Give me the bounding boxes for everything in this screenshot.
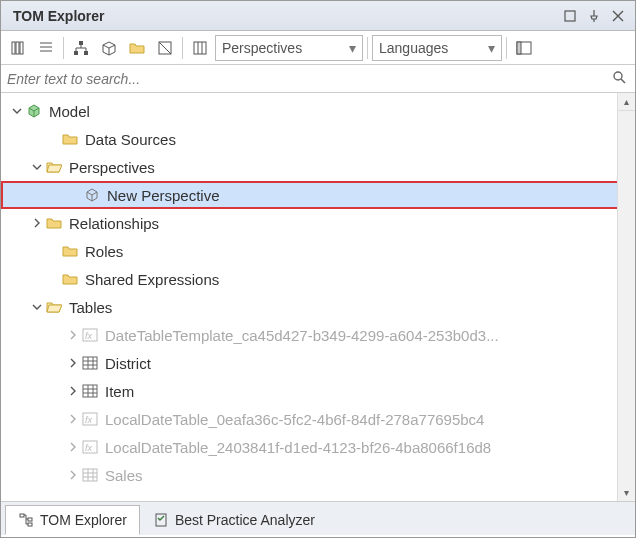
table-icon <box>81 382 99 400</box>
chevron-down-icon: ▾ <box>349 40 356 56</box>
tree-label: Perspectives <box>69 159 155 176</box>
close-icon[interactable] <box>607 5 629 27</box>
search-input[interactable] <box>7 67 609 91</box>
svg-rect-42 <box>156 514 166 526</box>
tab-bpa[interactable]: Best Practice Analyzer <box>140 505 328 535</box>
tab-tom-explorer[interactable]: TOM Explorer <box>5 505 140 535</box>
perspective-icon <box>83 186 101 204</box>
tree-row-tables[interactable]: Tables <box>1 293 635 321</box>
tabbar: TOM Explorer Best Practice Analyzer <box>1 501 635 535</box>
expander-icon[interactable] <box>65 411 81 427</box>
view-tree-button[interactable] <box>5 35 31 61</box>
tree-row-date-template[interactable]: fx DateTableTemplate_ca45d427-b349-4299-… <box>1 321 635 349</box>
hierarchy-button[interactable] <box>68 35 94 61</box>
maximize-icon[interactable] <box>559 5 581 27</box>
tree-row-localdate-1[interactable]: fx LocalDateTable_0eafa36c-5fc2-4b6f-84d… <box>1 405 635 433</box>
titlebar: TOM Explorer <box>1 1 635 31</box>
svg-rect-3 <box>20 42 23 54</box>
expander-icon[interactable] <box>65 355 81 371</box>
languages-dropdown[interactable]: Languages ▾ <box>372 35 502 61</box>
tab-label: Best Practice Analyzer <box>175 512 315 528</box>
svg-rect-1 <box>12 42 15 54</box>
svg-rect-9 <box>84 51 88 55</box>
columns-button[interactable] <box>187 35 213 61</box>
folder-open-icon <box>45 298 63 316</box>
searchbar <box>1 65 635 93</box>
expander-icon[interactable] <box>65 327 81 343</box>
window-title: TOM Explorer <box>7 8 559 24</box>
table-icon <box>81 466 99 484</box>
table-icon <box>81 354 99 372</box>
tree-row-localdate-2[interactable]: fx LocalDateTable_2403841f-d1ed-4123-bf2… <box>1 433 635 461</box>
tree-label: LocalDateTable_2403841f-d1ed-4123-bf26-4… <box>105 439 491 456</box>
tree-row-data-sources[interactable]: Data Sources <box>1 125 635 153</box>
svg-rect-2 <box>16 42 19 54</box>
perspectives-dropdown[interactable]: Perspectives ▾ <box>215 35 363 61</box>
svg-line-17 <box>621 79 625 83</box>
tree-container: Model Data Sources Perspectives New Pers… <box>1 93 635 501</box>
expander-icon[interactable] <box>29 159 45 175</box>
tree-label: Tables <box>69 299 112 316</box>
view-list-button[interactable] <box>33 35 59 61</box>
scroll-down-icon[interactable]: ▾ <box>618 483 635 501</box>
expander-icon[interactable] <box>65 383 81 399</box>
package-button[interactable] <box>96 35 122 61</box>
tree-row-item[interactable]: Item <box>1 377 635 405</box>
fx-table-icon: fx <box>81 410 99 428</box>
tree-label: Roles <box>85 243 123 260</box>
tree-label: Item <box>105 383 134 400</box>
svg-text:fx: fx <box>85 331 93 341</box>
fx-table-icon: fx <box>81 438 99 456</box>
tree-label: Shared Expressions <box>85 271 219 288</box>
vertical-scrollbar[interactable]: ▴ ▾ <box>617 93 635 501</box>
tree-row-relationships[interactable]: Relationships <box>1 209 635 237</box>
folder-open-icon <box>45 158 63 176</box>
svg-rect-20 <box>83 357 97 369</box>
svg-rect-11 <box>194 42 206 54</box>
expander-icon[interactable] <box>65 439 81 455</box>
tree[interactable]: Model Data Sources Perspectives New Pers… <box>1 93 635 501</box>
tree-row-perspectives[interactable]: Perspectives <box>1 153 635 181</box>
scroll-up-icon[interactable]: ▴ <box>618 93 635 111</box>
toolbar-separator <box>506 37 507 59</box>
folder-icon <box>61 130 79 148</box>
tree-icon <box>18 512 34 528</box>
folder-icon <box>61 270 79 288</box>
tree-label: Data Sources <box>85 131 176 148</box>
tree-row-sales[interactable]: Sales <box>1 461 635 489</box>
tab-label: TOM Explorer <box>40 512 127 528</box>
edit-button[interactable] <box>152 35 178 61</box>
svg-rect-7 <box>79 41 83 45</box>
svg-rect-34 <box>83 469 97 481</box>
toolbar-separator <box>63 37 64 59</box>
expander-icon[interactable] <box>65 467 81 483</box>
search-icon[interactable] <box>609 70 629 87</box>
expander-icon[interactable] <box>29 299 45 315</box>
tree-row-new-perspective[interactable]: New Perspective <box>1 181 635 209</box>
svg-rect-40 <box>28 518 32 521</box>
pin-icon[interactable] <box>583 5 605 27</box>
tree-label: LocalDateTable_0eafa36c-5fc2-4b6f-84df-2… <box>105 411 484 428</box>
svg-text:fx: fx <box>85 443 93 453</box>
tree-label: DateTableTemplate_ca45d427-b349-4299-a60… <box>105 327 499 344</box>
cube-icon <box>25 102 43 120</box>
tree-row-roles[interactable]: Roles <box>1 237 635 265</box>
tree-row-district[interactable]: District <box>1 349 635 377</box>
tree-row-model[interactable]: Model <box>1 97 635 125</box>
folder-icon <box>61 242 79 260</box>
expander-icon[interactable] <box>29 215 45 231</box>
svg-point-16 <box>614 72 622 80</box>
expander-icon[interactable] <box>9 103 25 119</box>
dropdown-label: Languages <box>379 40 480 56</box>
svg-rect-0 <box>565 11 575 21</box>
tree-label: Sales <box>105 467 143 484</box>
toolbar-separator <box>367 37 368 59</box>
folder-button[interactable] <box>124 35 150 61</box>
svg-rect-25 <box>83 385 97 397</box>
panel-button[interactable] <box>511 35 537 61</box>
tree-label: Relationships <box>69 215 159 232</box>
svg-rect-39 <box>20 514 24 517</box>
tree-row-shared-expressions[interactable]: Shared Expressions <box>1 265 635 293</box>
svg-rect-8 <box>74 51 78 55</box>
fx-table-icon: fx <box>81 326 99 344</box>
